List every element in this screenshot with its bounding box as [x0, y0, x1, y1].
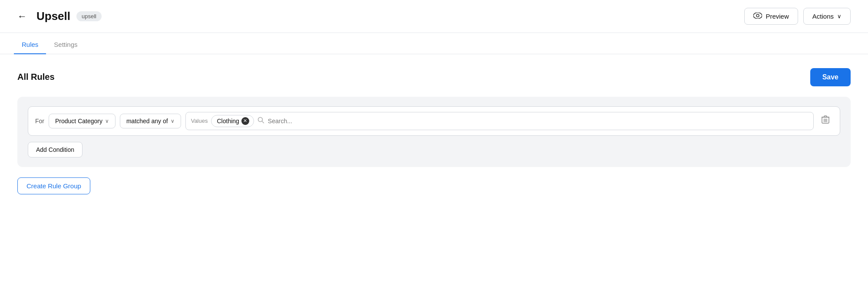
delete-icon: [822, 115, 829, 126]
main-content: All Rules Save For Product Category ∨ ma…: [0, 54, 868, 208]
actions-chevron-icon: ∨: [837, 13, 842, 20]
tag-remove-button[interactable]: ✕: [241, 117, 249, 125]
preview-label: Preview: [766, 13, 789, 20]
tag-text: Clothing: [217, 118, 239, 125]
match-type-label: matched any of: [126, 118, 168, 125]
svg-point-1: [756, 14, 759, 17]
header-right: Preview Actions ∨: [744, 8, 851, 25]
product-category-label: Product Category: [55, 118, 102, 125]
clothing-tag: Clothing ✕: [211, 115, 254, 127]
add-condition-button[interactable]: Add Condition: [28, 142, 83, 157]
page-title: Upsell: [36, 10, 70, 23]
upsell-badge: upsell: [76, 11, 102, 21]
rule-group: For Product Category ∨ matched any of ∨ …: [17, 97, 851, 167]
actions-label: Actions: [812, 13, 834, 20]
header: ← Upsell upsell Preview Actions ∨: [0, 0, 868, 33]
preview-button[interactable]: Preview: [744, 8, 798, 25]
header-left: ← Upsell upsell: [14, 9, 102, 24]
condition-row: For Product Category ∨ matched any of ∨ …: [28, 106, 840, 136]
values-label: Values: [191, 118, 208, 124]
svg-point-0: [753, 13, 762, 19]
section-title: All Rules: [17, 72, 55, 82]
product-category-select[interactable]: Product Category ∨: [49, 114, 116, 128]
preview-eye-icon: [753, 13, 762, 20]
section-header: All Rules Save: [17, 68, 851, 86]
tab-settings[interactable]: Settings: [46, 35, 85, 54]
actions-button[interactable]: Actions ∨: [803, 8, 851, 25]
search-icon: [257, 117, 264, 125]
values-container: Values Clothing ✕: [185, 112, 814, 130]
create-rule-group-button[interactable]: Create Rule Group: [17, 177, 90, 194]
back-button[interactable]: ←: [14, 9, 30, 24]
svg-line-3: [262, 121, 264, 123]
match-type-select[interactable]: matched any of ∨: [120, 114, 181, 128]
save-button[interactable]: Save: [810, 68, 851, 86]
values-search-input[interactable]: [268, 118, 808, 125]
back-icon: ←: [17, 11, 27, 22]
category-chevron-icon: ∨: [105, 118, 109, 124]
delete-condition-button[interactable]: [818, 113, 833, 129]
tabs: Rules Settings: [0, 35, 868, 54]
match-chevron-icon: ∨: [171, 118, 175, 124]
for-label: For: [35, 118, 44, 125]
tab-rules[interactable]: Rules: [14, 35, 46, 54]
